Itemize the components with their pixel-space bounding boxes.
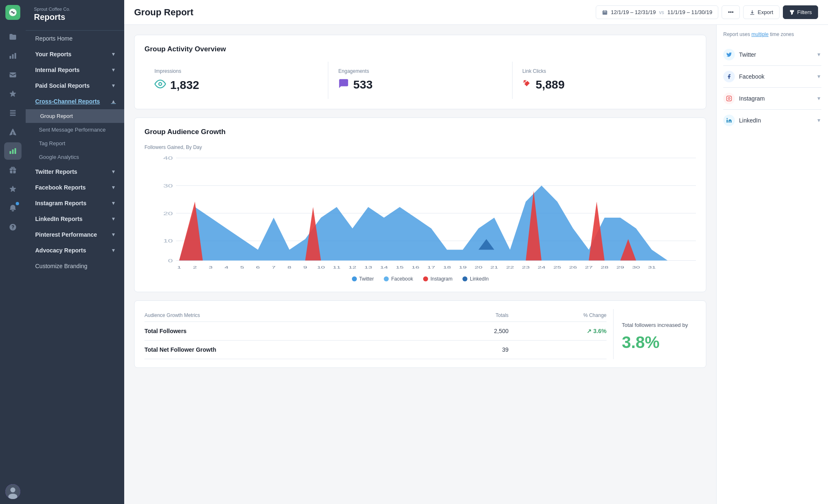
legend-dot-linkedin <box>462 276 467 281</box>
chart-container: 40 30 20 10 0 <box>144 154 696 269</box>
legend-linkedin: LinkedIn <box>462 276 489 282</box>
nav-google-analytics[interactable]: Google Analytics <box>26 150 124 164</box>
svg-text:28: 28 <box>601 265 609 269</box>
legend-dot-instagram <box>423 276 428 281</box>
user-avatar[interactable] <box>5 484 20 499</box>
nav-sent-message-performance[interactable]: Sent Message Performance <box>26 123 124 137</box>
nav-icon-folder[interactable] <box>4 28 22 46</box>
section-title: Reports <box>34 12 116 22</box>
nav-your-reports[interactable]: Your Reports ▼ <box>26 46 124 62</box>
date-range-button[interactable]: 12/1/19 – 12/31/19 vs 11/1/19 – 11/30/19 <box>596 5 719 19</box>
chevron-advocacy: ▼ <box>111 247 116 253</box>
nav-pinterest[interactable]: Pinterest Performance ▼ <box>26 227 124 242</box>
svg-text:19: 19 <box>459 265 467 269</box>
svg-text:11: 11 <box>333 265 341 269</box>
notification-icon[interactable] <box>4 199 22 217</box>
svg-text:29: 29 <box>616 265 624 269</box>
chevron-internal: ▼ <box>111 67 116 73</box>
nav-internal-reports[interactable]: Internal Reports ▼ <box>26 62 124 78</box>
audience-growth-title: Group Audience Growth <box>144 128 696 136</box>
svg-text:17: 17 <box>427 265 435 269</box>
impressions-icon <box>154 78 166 92</box>
svg-text:22: 22 <box>506 265 514 269</box>
nav-group-report[interactable]: Group Report <box>26 109 124 123</box>
svg-text:4: 4 <box>224 265 229 269</box>
legend-instagram: Instagram <box>423 276 453 282</box>
chevron-linkedin: ▼ <box>111 216 116 222</box>
svg-text:8: 8 <box>287 265 291 269</box>
row2-change <box>508 341 607 359</box>
svg-text:10: 10 <box>163 238 173 244</box>
filters-button[interactable]: Filters <box>783 5 818 19</box>
nav-facebook-reports[interactable]: Facebook Reports ▼ <box>26 180 124 195</box>
platform-linkedin[interactable]: LinkedIn ▼ <box>723 110 821 131</box>
platform-facebook[interactable]: Facebook ▼ <box>723 66 821 88</box>
vs-label: vs <box>659 10 664 15</box>
more-button[interactable]: ••• <box>722 5 740 19</box>
nav-advocacy[interactable]: Advocacy Reports ▼ <box>26 242 124 258</box>
chevron-paid-social: ▼ <box>111 83 116 89</box>
svg-text:16: 16 <box>412 265 419 269</box>
report-main: Group Activity Overview Impressions 1,83… <box>124 25 716 504</box>
row1-metric: Total Followers <box>144 322 447 341</box>
table-with-side: Audience Growth Metrics Totals % Change … <box>144 309 696 359</box>
side-note-section: Total followers increased by 3.8% <box>613 309 696 359</box>
chevron-twitter-panel: ▼ <box>816 52 821 58</box>
timezone-note: Report uses multiple time zones <box>723 31 821 37</box>
platform-twitter[interactable]: Twitter ▼ <box>723 44 821 66</box>
legend-dot-twitter <box>352 276 357 281</box>
linkedin-platform-icon <box>723 115 735 126</box>
svg-text:23: 23 <box>522 265 530 269</box>
platform-instagram[interactable]: Instagram ▼ <box>723 88 821 110</box>
nav-linkedin-reports[interactable]: LinkedIn Reports ▼ <box>26 211 124 227</box>
instagram-name: Instagram <box>739 95 765 102</box>
engagements-label: Engagements <box>338 68 502 74</box>
svg-text:31: 31 <box>648 265 656 269</box>
nav-paid-social[interactable]: Paid Social Reports ▼ <box>26 78 124 94</box>
audience-table-card: Audience Growth Metrics Totals % Change … <box>134 300 706 368</box>
svg-text:20: 20 <box>163 211 173 216</box>
svg-text:24: 24 <box>538 265 546 269</box>
timezone-link[interactable]: multiple <box>751 31 768 37</box>
svg-point-48 <box>727 118 727 119</box>
metric-impressions: Impressions 1,832 <box>144 62 328 99</box>
nav-instagram-reports[interactable]: Instagram Reports ▼ <box>26 195 124 211</box>
nav-reports-home[interactable]: Reports Home <box>26 31 124 46</box>
svg-text:14: 14 <box>380 265 388 269</box>
svg-text:3: 3 <box>209 265 213 269</box>
col-totals: Totals <box>447 309 508 322</box>
nav-customize-branding[interactable]: Customize Branding <box>26 258 124 274</box>
main-content: Group Report 12/1/19 – 12/31/19 vs 11/1/… <box>124 0 828 504</box>
nav-sidebar: Sprout Coffee Co. Reports Reports Home Y… <box>26 0 124 504</box>
vs-date-range: 11/1/19 – 11/30/19 <box>667 9 712 15</box>
nav-icon-chart[interactable] <box>4 47 22 65</box>
export-button[interactable]: Export <box>743 5 780 19</box>
help-icon[interactable] <box>4 218 22 236</box>
svg-text:13: 13 <box>364 265 372 269</box>
nav-icon-list[interactable] <box>4 104 22 122</box>
nav-icon-inbox[interactable] <box>4 66 22 84</box>
link-clicks-label: Link Clicks <box>522 68 686 74</box>
col-change: % Change <box>508 309 607 322</box>
nav-icon-pin[interactable] <box>4 85 22 103</box>
chevron-your-reports: ▼ <box>111 51 116 57</box>
svg-text:20: 20 <box>474 265 482 269</box>
impressions-label: Impressions <box>154 68 318 74</box>
chevron-facebook: ▼ <box>111 185 116 190</box>
svg-text:27: 27 <box>585 265 593 269</box>
nav-tag-report[interactable]: Tag Report <box>26 137 124 150</box>
nav-icon-gift[interactable] <box>4 161 22 179</box>
nav-icon-send[interactable] <box>4 123 22 141</box>
svg-text:9: 9 <box>303 265 307 269</box>
svg-text:21: 21 <box>490 265 498 269</box>
nav-icon-reports[interactable] <box>4 142 22 160</box>
chevron-cross-channel: ▲ <box>111 98 116 104</box>
nav-twitter-reports[interactable]: Twitter Reports ▼ <box>26 164 124 180</box>
chart-legend: Twitter Facebook Instagram LinkedIn <box>144 276 696 282</box>
engagements-value: 533 <box>353 78 373 91</box>
nav-cross-channel[interactable]: Cross-Channel Reports ▲ <box>26 94 124 109</box>
header-actions: 12/1/19 – 12/31/19 vs 11/1/19 – 11/30/19… <box>596 5 818 19</box>
svg-text:30: 30 <box>632 265 640 269</box>
notification-badge <box>16 202 19 205</box>
nav-icon-star[interactable] <box>4 180 22 198</box>
